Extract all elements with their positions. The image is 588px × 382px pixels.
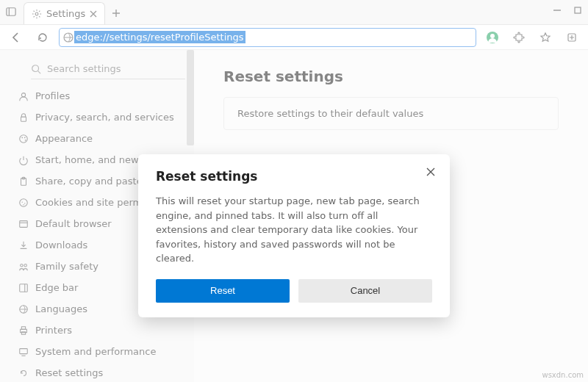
svg-rect-4	[575, 7, 581, 13]
svg-line-10	[38, 71, 41, 73]
settings-icon	[32, 9, 42, 19]
star-icon	[539, 32, 551, 43]
refresh-button[interactable]	[32, 27, 53, 48]
svg-rect-23	[20, 220, 28, 227]
tab-actions-button[interactable]	[0, 0, 22, 24]
svg-point-16	[25, 139, 26, 140]
svg-point-13	[20, 134, 28, 143]
new-tab-button[interactable]	[105, 2, 127, 24]
svg-rect-12	[21, 117, 26, 121]
arrow-left-icon	[10, 32, 22, 43]
svg-point-7	[490, 34, 495, 38]
svg-point-22	[23, 203, 24, 204]
globe-icon	[18, 304, 29, 314]
nav-system[interactable]: System and performance	[0, 341, 194, 362]
browser-icon	[18, 219, 29, 229]
plus-icon	[112, 9, 121, 18]
svg-point-21	[24, 203, 25, 203]
search-icon	[31, 64, 41, 74]
page-title: Reset settings	[223, 68, 559, 85]
reset-button[interactable]: Reset	[156, 279, 290, 303]
printer-icon	[18, 325, 29, 336]
family-icon	[18, 262, 29, 272]
reset-dialog: Reset settings This will reset your star…	[138, 154, 450, 317]
url-text: edge://settings/resetProfileSettings	[74, 31, 245, 43]
nav-profiles[interactable]: Profiles	[0, 85, 194, 107]
power-icon	[18, 155, 29, 165]
svg-rect-27	[20, 284, 28, 292]
watermark: wsxdn.com	[542, 371, 584, 379]
reset-defaults-card[interactable]: Restore settings to their default values	[223, 97, 559, 130]
dialog-close-button[interactable]	[423, 165, 438, 179]
address-bar[interactable]: edge://settings/resetProfileSettings	[59, 28, 476, 47]
active-tab[interactable]: Settings	[24, 2, 105, 24]
svg-rect-33	[20, 348, 28, 353]
cookie-icon	[18, 198, 29, 208]
nav-reset[interactable]: Reset settings	[0, 362, 194, 382]
dialog-title: Reset settings	[156, 169, 432, 184]
svg-rect-0	[7, 8, 15, 16]
svg-point-26	[24, 264, 27, 267]
svg-point-25	[21, 264, 24, 267]
system-icon	[18, 347, 29, 357]
svg-rect-32	[21, 331, 25, 334]
collections-icon	[566, 32, 578, 43]
search-placeholder: Search settings	[47, 63, 121, 74]
extensions-button[interactable]	[509, 27, 529, 48]
reset-icon	[18, 368, 29, 378]
tab-title: Settings	[46, 8, 85, 19]
profile-icon	[18, 91, 29, 101]
profile-button[interactable]	[482, 27, 503, 48]
back-button[interactable]	[6, 27, 26, 48]
window-maximize[interactable]	[567, 0, 588, 21]
collections-button[interactable]	[562, 27, 582, 48]
close-tab-icon[interactable]	[90, 10, 97, 18]
svg-point-20	[22, 201, 23, 202]
close-icon	[426, 167, 435, 176]
svg-point-2	[35, 12, 38, 15]
dialog-body: This will reset your startup page, new t…	[156, 194, 432, 266]
download-icon	[18, 240, 29, 251]
window-minimize[interactable]	[547, 0, 567, 21]
svg-point-19	[20, 198, 28, 206]
cancel-button[interactable]: Cancel	[298, 279, 432, 303]
site-identity-icon	[62, 32, 74, 43]
refresh-icon	[37, 32, 49, 43]
svg-point-14	[21, 137, 23, 138]
settings-search[interactable]: Search settings	[31, 59, 185, 79]
svg-point-9	[32, 65, 39, 71]
puzzle-icon	[513, 32, 525, 43]
brush-icon	[18, 134, 29, 144]
svg-point-11	[21, 93, 25, 96]
svg-rect-31	[21, 326, 25, 329]
toolbar: edge://settings/resetProfileSettings	[0, 25, 588, 50]
titlebar: Settings	[0, 0, 588, 25]
nav-privacy[interactable]: Privacy, search, and services	[0, 107, 194, 128]
clipboard-icon	[18, 176, 29, 187]
minimize-icon	[553, 6, 562, 15]
profile-avatar-icon	[486, 31, 499, 44]
favorites-button[interactable]	[535, 27, 556, 48]
nav-appearance[interactable]: Appearance	[0, 128, 194, 149]
nav-printers[interactable]: Printers	[0, 320, 194, 341]
svg-point-15	[24, 137, 26, 138]
panel-icon	[6, 7, 16, 17]
sidebar-icon	[18, 283, 29, 293]
lock-icon	[18, 112, 29, 123]
maximize-icon	[573, 6, 582, 15]
